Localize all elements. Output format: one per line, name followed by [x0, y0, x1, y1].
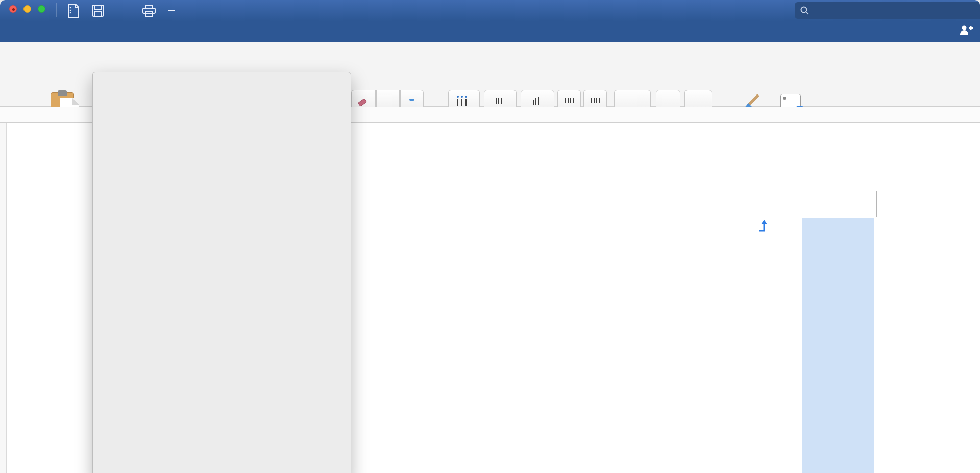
titlebar-divider — [56, 3, 57, 17]
share-person-icon — [960, 24, 973, 35]
save-button[interactable] — [92, 3, 104, 18]
font-dropdown-menu — [92, 72, 351, 473]
titlebar — [0, 0, 980, 21]
enclose-characters-icon — [409, 99, 414, 101]
minimize-button[interactable] — [23, 5, 31, 13]
text-direction-arrow-icon — [757, 219, 770, 233]
decrease-indent-icon — [565, 98, 574, 103]
print-button[interactable] — [142, 3, 156, 18]
quick-access-toolbar — [67, 2, 175, 19]
print-icon — [142, 5, 156, 17]
save-icon — [92, 5, 104, 17]
eraser-icon — [358, 98, 367, 107]
word-window: ▲ ▼ — [0, 0, 980, 473]
customize-toolbar-button[interactable] — [168, 3, 175, 18]
page-margin-corner-horizontal — [876, 217, 914, 217]
new-document-button[interactable] — [67, 3, 80, 18]
vertical-ruler[interactable] — [0, 123, 7, 473]
fullscreen-button[interactable] — [38, 5, 45, 13]
undo-button[interactable] — [116, 3, 118, 18]
page-margin-corner-vertical — [876, 191, 877, 217]
selected-vertical-text[interactable] — [802, 218, 874, 473]
multilevel-list-icon — [533, 97, 539, 105]
search-icon — [800, 6, 810, 16]
window-controls — [9, 5, 45, 13]
numbering-icon — [496, 98, 502, 104]
customize-toolbar-icon — [168, 10, 175, 12]
new-document-icon — [67, 4, 80, 18]
close-button[interactable] — [9, 5, 17, 13]
bullets-icon — [457, 96, 467, 106]
ribbon-tab-bar — [0, 21, 980, 42]
unsaved-dot-icon — [12, 8, 15, 11]
share-button[interactable] — [960, 24, 976, 35]
search-box[interactable] — [795, 2, 980, 19]
increase-indent-icon — [591, 98, 600, 103]
